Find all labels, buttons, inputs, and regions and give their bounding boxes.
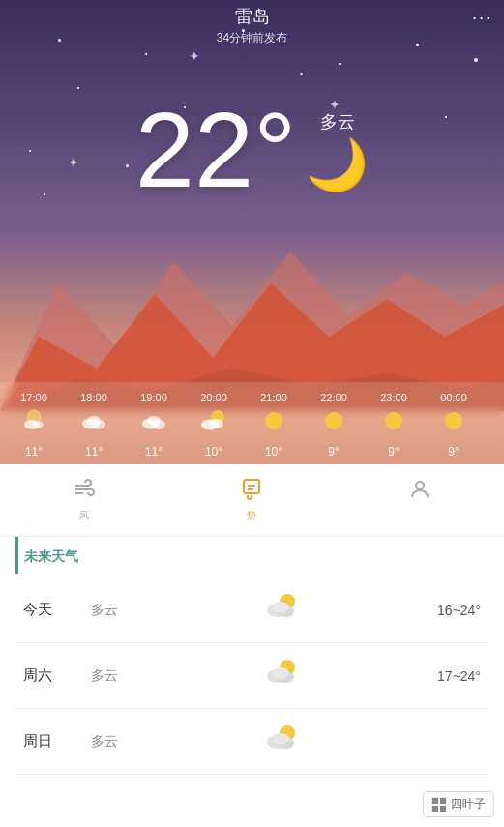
svg-point-17 <box>385 412 402 429</box>
moon-icon: 🌙 <box>306 139 369 190</box>
forecast-row: 今天 多云 16~24° <box>15 577 489 643</box>
tab-wind[interactable]: 风 <box>53 474 115 526</box>
hour-item: 22:00 9° <box>304 390 364 460</box>
svg-point-30 <box>272 667 289 679</box>
forecast-day: 今天 <box>23 601 91 619</box>
temperature-value: 22 <box>135 97 253 203</box>
wind-icon <box>73 478 96 507</box>
hour-item: 21:00 10° <box>244 390 304 460</box>
watermark-text: 四叶子 <box>451 796 486 812</box>
hour-item: 19:00 11° <box>124 390 184 460</box>
tab-user[interactable] <box>389 474 451 526</box>
star-decoration <box>77 87 79 89</box>
forecast-temp: 17~24° <box>394 668 481 684</box>
forecast-row: 周六 多云 17~24° <box>15 643 489 709</box>
weather-background: ✦ ✦ ✦ 雷岛 34分钟前发布 ··· 22 ° 多云 🌙 <box>0 0 504 464</box>
svg-point-14 <box>210 419 223 428</box>
hour-weather-icon <box>20 407 47 441</box>
weather-description-block: 多云 🌙 <box>306 110 369 190</box>
tab-temp[interactable]: 垫 <box>221 474 282 526</box>
hour-time: 20:00 <box>200 392 227 403</box>
hour-temperature: 11° <box>145 445 163 458</box>
temperature-unit: ° <box>253 97 296 203</box>
forecast-temp: 16~24° <box>394 603 481 618</box>
weather-description: 多云 <box>320 110 355 133</box>
hour-item: 23:00 9° <box>364 390 424 460</box>
weather-header: 雷岛 34分钟前发布 ··· <box>0 0 504 46</box>
forecast-icon-cell <box>168 721 394 762</box>
cross-star: ✦ <box>189 48 200 64</box>
hour-temperature: 11° <box>25 445 43 458</box>
forecast-row: 周日 多云 <box>15 709 489 775</box>
more-button[interactable]: ··· <box>472 8 492 28</box>
tab-wind-label: 风 <box>79 509 89 522</box>
hour-temperature: 9° <box>328 445 339 458</box>
hour-item: 20:00 10° <box>184 390 244 460</box>
svg-point-26 <box>272 602 289 613</box>
hour-temperature: 10° <box>265 445 282 458</box>
svg-point-34 <box>272 733 289 745</box>
watermark-logo <box>431 797 447 812</box>
hour-time: 19:00 <box>140 392 167 403</box>
hour-temperature: 9° <box>388 445 399 458</box>
hour-time: 18:00 <box>80 392 107 403</box>
hour-weather-icon <box>440 407 467 441</box>
future-weather-section: 未来天气 今天 多云 16~24° 周六 多云 17~24° 周日 多云 <box>0 537 504 775</box>
update-time: 34分钟前发布 <box>0 30 504 46</box>
city-name: 雷岛 <box>0 5 504 28</box>
forecast-icon-cell <box>168 589 394 631</box>
svg-rect-35 <box>432 797 438 803</box>
forecast-desc: 多云 <box>91 667 168 685</box>
svg-rect-38 <box>440 805 446 811</box>
star-decoration <box>474 58 478 62</box>
tab-temp-label: 垫 <box>247 509 256 522</box>
forecast-desc: 多云 <box>91 602 168 619</box>
star-decoration <box>300 73 303 75</box>
svg-point-22 <box>416 482 424 489</box>
star-decoration <box>339 63 341 65</box>
temp-icon <box>240 478 263 507</box>
hourly-forecast: 17:00 11° 18:00 11° 19:00 11° 20:00 10° … <box>0 382 504 464</box>
hour-time: 00:00 <box>440 392 467 403</box>
forecast-weather-icon <box>264 721 299 762</box>
forecast-desc: 多云 <box>91 733 168 751</box>
hour-weather-icon <box>260 407 287 441</box>
svg-point-15 <box>265 412 282 429</box>
hour-temperature: 10° <box>205 445 222 458</box>
svg-point-8 <box>87 416 101 426</box>
svg-rect-37 <box>432 805 438 811</box>
hour-time: 23:00 <box>380 392 407 403</box>
forecast-day: 周日 <box>23 732 91 751</box>
temperature-display: 22 ° 多云 🌙 <box>0 97 504 203</box>
hour-item: 00:00 9° <box>424 390 484 460</box>
svg-point-5 <box>32 421 44 428</box>
forecast-weather-icon <box>264 589 299 631</box>
svg-rect-36 <box>440 797 446 803</box>
hour-weather-icon <box>140 407 167 441</box>
user-icon <box>408 478 431 507</box>
hourly-scroll-container[interactable]: 17:00 11° 18:00 11° 19:00 11° 20:00 10° … <box>0 382 504 464</box>
navigation-tabs: 风 垫 <box>0 464 504 537</box>
forecast-icon-cell <box>168 655 394 696</box>
section-title: 未来天气 <box>15 537 489 574</box>
hour-temperature: 9° <box>448 445 459 458</box>
svg-point-18 <box>445 412 462 429</box>
mountain-illustration <box>0 198 504 411</box>
hour-time: 17:00 <box>20 392 47 403</box>
svg-point-16 <box>325 412 342 429</box>
hour-weather-icon <box>80 407 107 441</box>
hour-weather-icon <box>380 407 407 441</box>
svg-point-11 <box>147 416 161 426</box>
hour-item: 18:00 11° <box>64 390 124 460</box>
hour-item: 17:00 11° <box>4 390 64 460</box>
hour-weather-icon <box>320 407 347 441</box>
hour-time: 22:00 <box>320 392 347 403</box>
hour-temperature: 11° <box>85 445 103 458</box>
forecast-weather-icon <box>264 655 299 696</box>
watermark: 四叶子 <box>423 791 494 817</box>
hour-time: 21:00 <box>260 392 287 403</box>
weather-app: ✦ ✦ ✦ 雷岛 34分钟前发布 ··· 22 ° 多云 🌙 <box>0 0 504 775</box>
star-decoration <box>145 53 147 55</box>
forecast-day: 周六 <box>23 666 91 685</box>
hour-weather-icon <box>200 407 227 441</box>
